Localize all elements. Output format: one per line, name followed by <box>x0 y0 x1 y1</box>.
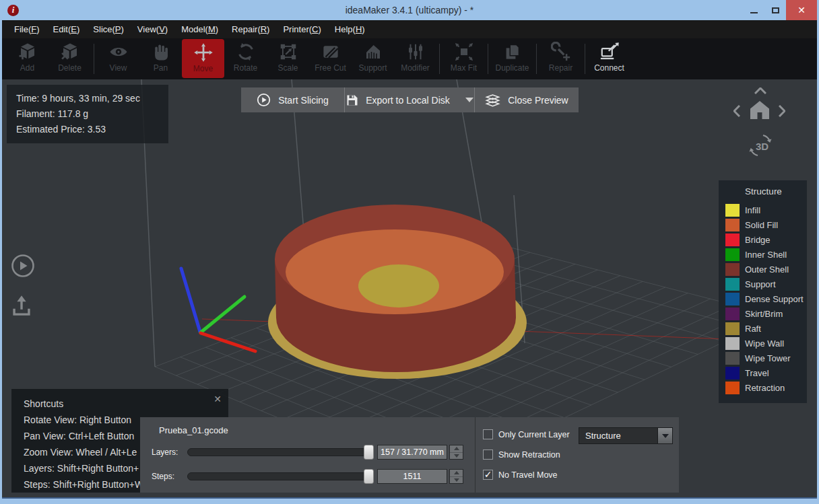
export-tool-button[interactable] <box>10 295 33 320</box>
menu-printer[interactable]: Printer(C) <box>276 20 327 38</box>
maximize-button[interactable] <box>764 0 786 20</box>
color-swatch <box>725 233 740 246</box>
toolbar-connect-button[interactable]: Connect <box>588 38 630 79</box>
toolbar-separator <box>585 44 585 74</box>
no-travel-move-checkbox[interactable]: ✓ <box>483 470 493 480</box>
only-current-layer-option: Only Current Layer <box>483 429 570 439</box>
rotate-3d-button[interactable]: 3D <box>745 130 776 164</box>
upload-icon <box>10 295 33 318</box>
view-right-button[interactable] <box>779 105 785 120</box>
layers-label: Layers: <box>152 447 178 457</box>
menu-file[interactable]: File(F) <box>7 20 46 38</box>
chevron-down-icon[interactable] <box>465 98 473 102</box>
modifier-sliders-icon <box>405 42 426 62</box>
only-current-layer-checkbox[interactable] <box>483 429 493 439</box>
close-button[interactable]: ✕ <box>786 0 817 20</box>
connect-icon <box>599 42 620 62</box>
layers-slider[interactable] <box>187 448 374 456</box>
toolbar-separator <box>94 44 94 74</box>
start-slicing-button[interactable]: Start Slicing <box>241 87 344 112</box>
view-left-button[interactable] <box>733 105 740 120</box>
menu-bar: File(F) Edit(E) Slice(P) View(V) Model(M… <box>2 20 817 38</box>
hand-icon <box>151 42 171 62</box>
menu-model[interactable]: Model(M) <box>174 20 225 38</box>
color-swatch <box>725 352 740 365</box>
dropdown-arrow-button[interactable] <box>657 428 672 443</box>
view-up-button[interactable] <box>754 85 766 97</box>
legend-item-support: Support <box>725 277 807 291</box>
menu-slice[interactable]: Slice(P) <box>86 20 131 38</box>
legend-item-dense-support: Dense Support <box>725 291 807 306</box>
play-tool-button[interactable] <box>10 253 36 281</box>
toolbar-modifier-button[interactable]: Modifier <box>394 38 436 79</box>
spinner-up-icon[interactable] <box>450 470 463 477</box>
no-travel-move-option: ✓ No Travel Move <box>483 470 558 480</box>
toolbar-separator <box>439 44 440 74</box>
view-mode-dropdown[interactable]: Structure <box>579 427 673 444</box>
show-retraction-checkbox[interactable] <box>483 449 493 460</box>
y-axis-arrow <box>201 297 244 332</box>
chevron-left-icon <box>733 105 740 117</box>
color-swatch <box>725 293 740 305</box>
spinner-up-icon[interactable] <box>450 445 463 453</box>
rotate-3d-icon: 3D <box>745 130 776 161</box>
toolbar-rotate-button[interactable]: Rotate <box>224 38 267 79</box>
layers-slider-thumb[interactable] <box>364 445 374 460</box>
close-preview-button[interactable]: Close Preview <box>475 87 579 112</box>
steps-slider[interactable] <box>187 472 374 480</box>
color-swatch <box>725 308 740 320</box>
layers-value[interactable]: 157 / 31.770 mm <box>377 445 447 460</box>
legend-item-travel: Travel <box>725 365 807 380</box>
toolbar-delete-button[interactable]: Delete <box>48 38 91 79</box>
minimize-button[interactable] <box>743 0 764 20</box>
max-fit-icon <box>454 42 474 62</box>
legend-item-infill: Infill <box>725 203 807 217</box>
layers-icon <box>485 94 500 107</box>
axis-indicator <box>181 268 255 351</box>
color-swatch <box>725 263 740 276</box>
structure-legend: Structure Infill Solid Fill Bridge Inner… <box>719 180 807 403</box>
steps-label: Steps: <box>152 472 174 481</box>
toolbar-freecut-button[interactable]: Free Cut <box>309 38 352 79</box>
legend-title: Structure <box>725 186 801 196</box>
toolbar-duplicate-button[interactable]: Duplicate <box>491 38 533 79</box>
toolbar-repair-button[interactable]: Repair <box>539 38 582 79</box>
viewport: Time: 9 hours, 33 min, 29 sec Filament: … <box>2 79 817 499</box>
play-circle-icon <box>10 253 36 279</box>
toolbar-move-button[interactable]: Move <box>182 39 224 78</box>
play-circle-icon <box>257 93 271 107</box>
toolbar-maxfit-button[interactable]: Max Fit <box>443 38 485 79</box>
steps-spinner[interactable] <box>449 469 463 484</box>
menu-help[interactable]: Help(H) <box>328 20 372 38</box>
toolbar-add-button[interactable]: Add <box>6 38 48 79</box>
svg-text:3D: 3D <box>756 141 768 152</box>
legend-item-bridge: Bridge <box>725 232 807 247</box>
menu-edit[interactable]: Edit(E) <box>46 20 87 38</box>
export-to-local-disk-button[interactable]: Export to Local Disk <box>345 87 474 112</box>
close-icon[interactable]: ✕ <box>214 394 222 404</box>
slicing-stats-panel: Time: 9 hours, 33 min, 29 sec Filament: … <box>7 85 168 143</box>
chevron-up-icon <box>754 87 766 94</box>
steps-value[interactable]: 1511 <box>377 469 447 484</box>
toolbar-scale-button[interactable]: Scale <box>267 38 309 79</box>
menu-repair[interactable]: Repair(R) <box>225 20 276 38</box>
home-icon <box>748 100 771 120</box>
layers-spinner[interactable] <box>449 445 463 460</box>
preview-action-bar: Start Slicing Export to Local Disk Close… <box>241 87 579 112</box>
shortcuts-title: Shortcuts <box>24 396 228 412</box>
toolbar-pan-button[interactable]: Pan <box>139 38 182 79</box>
support-icon <box>363 42 383 62</box>
toolbar-support-button[interactable]: Support <box>352 38 394 79</box>
color-swatch <box>725 204 740 217</box>
eye-icon <box>108 42 129 62</box>
steps-slider-thumb[interactable] <box>364 469 374 484</box>
color-swatch <box>725 248 740 261</box>
delete-cube-icon <box>60 42 80 62</box>
toolbar-view-button[interactable]: View <box>97 38 139 79</box>
duplicate-icon <box>502 42 523 62</box>
home-view-button[interactable] <box>748 100 771 123</box>
menu-view[interactable]: View(V) <box>131 20 174 38</box>
spinner-down-icon[interactable] <box>450 477 463 484</box>
app-window: i ideaMaker 3.4.1 (ulticampy) - * ✕ File… <box>0 0 819 504</box>
spinner-down-icon[interactable] <box>450 453 463 460</box>
